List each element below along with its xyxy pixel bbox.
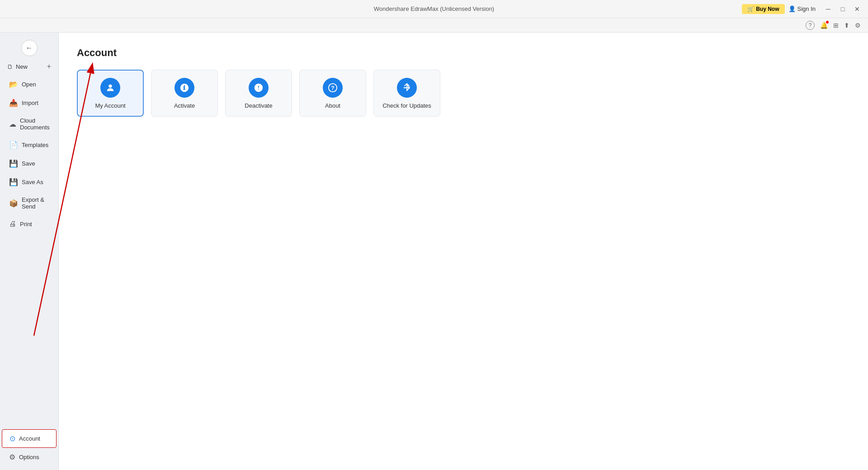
svg-point-0 bbox=[108, 84, 112, 87]
import-icon: 📥 bbox=[9, 99, 18, 107]
print-icon: 🖨 bbox=[9, 220, 16, 228]
templates-icon: 📄 bbox=[9, 141, 18, 149]
sign-in-button[interactable]: 👤 Sign In bbox=[788, 5, 816, 12]
sidebar-item-save[interactable]: 💾 Save bbox=[2, 155, 57, 172]
sidebar-item-print[interactable]: 🖨 Print bbox=[2, 215, 57, 233]
svg-text:?: ? bbox=[331, 84, 335, 91]
close-button[interactable]: ✕ bbox=[852, 4, 863, 14]
content-area: Account My Account Acti bbox=[59, 33, 868, 470]
user-icon: 👤 bbox=[788, 5, 796, 12]
page-title: Account bbox=[77, 47, 850, 59]
sidebar-item-options-label: Options bbox=[19, 454, 39, 461]
sidebar: ← 🗋 New + 📂 Open 📥 Import ☁ Cloud Docume… bbox=[0, 33, 59, 470]
notification-icon[interactable]: 🔔 bbox=[820, 22, 828, 29]
sidebar-item-import-label: Import bbox=[22, 100, 38, 106]
community-icon[interactable]: ⊞ bbox=[833, 22, 839, 29]
check-updates-icon bbox=[397, 78, 417, 98]
export-icon: 📦 bbox=[9, 199, 18, 208]
card-deactivate[interactable]: Deactivate bbox=[225, 70, 292, 117]
help-icon[interactable]: ? bbox=[806, 21, 815, 30]
sidebar-item-export[interactable]: 📦 Export & Send bbox=[2, 192, 57, 214]
minimize-button[interactable]: ─ bbox=[823, 4, 834, 14]
sidebar-item-account-label: Account bbox=[19, 435, 40, 442]
sidebar-item-account[interactable]: ⊙ Account bbox=[2, 429, 57, 448]
cards-grid: My Account Activate bbox=[77, 70, 850, 117]
my-account-icon bbox=[100, 78, 120, 98]
sidebar-item-open-label: Open bbox=[22, 81, 36, 88]
save-icon: 💾 bbox=[9, 159, 18, 168]
sidebar-item-import[interactable]: 📥 Import bbox=[2, 94, 57, 112]
sidebar-item-export-label: Export & Send bbox=[22, 196, 49, 210]
card-my-account[interactable]: My Account bbox=[77, 70, 144, 117]
card-activate[interactable]: Activate bbox=[151, 70, 218, 117]
about-icon: ? bbox=[323, 78, 343, 98]
card-about-label: About bbox=[325, 102, 340, 109]
card-deactivate-label: Deactivate bbox=[245, 102, 272, 109]
activate-icon bbox=[175, 78, 194, 98]
restore-button[interactable]: □ bbox=[837, 4, 848, 14]
sidebar-item-options[interactable]: ⚙ Options bbox=[2, 448, 57, 466]
sidebar-item-cloud[interactable]: ☁ Cloud Documents bbox=[2, 113, 57, 135]
sidebar-item-save-as[interactable]: 💾 Save As bbox=[2, 173, 57, 191]
settings-icon[interactable]: ⚙ bbox=[855, 22, 861, 29]
sidebar-item-new-label: New bbox=[16, 63, 28, 70]
sidebar-item-cloud-label: Cloud Documents bbox=[20, 117, 50, 131]
card-check-updates-label: Check for Updates bbox=[382, 102, 431, 109]
save-as-icon: 💾 bbox=[9, 178, 18, 186]
sidebar-item-save-label: Save bbox=[22, 160, 35, 167]
share-icon[interactable]: ⬆ bbox=[844, 22, 849, 29]
open-icon: 📂 bbox=[9, 80, 18, 89]
cart-icon: 🛒 bbox=[747, 6, 754, 12]
sidebar-item-print-label: Print bbox=[20, 221, 32, 228]
notification-badge bbox=[826, 21, 829, 24]
back-button[interactable]: ← bbox=[21, 40, 38, 56]
account-icon: ⊙ bbox=[9, 434, 15, 443]
card-activate-label: Activate bbox=[174, 102, 195, 109]
sidebar-item-templates-label: Templates bbox=[22, 142, 48, 148]
sidebar-item-new[interactable]: 🗋 New + bbox=[0, 58, 58, 75]
card-about[interactable]: ? About bbox=[299, 70, 366, 117]
titlebar: Wondershare EdrawMax (Unlicensed Version… bbox=[0, 0, 868, 18]
card-my-account-label: My Account bbox=[95, 102, 125, 109]
sidebar-item-open[interactable]: 📂 Open bbox=[2, 76, 57, 93]
new-icon: 🗋 bbox=[7, 63, 13, 70]
titlebar-title: Wondershare EdrawMax (Unlicensed Version… bbox=[374, 5, 494, 12]
toolbar-row: ? 🔔 ⊞ ⬆ ⚙ bbox=[0, 18, 868, 33]
deactivate-icon bbox=[249, 78, 269, 98]
sidebar-item-templates[interactable]: 📄 Templates bbox=[2, 136, 57, 154]
buy-now-button[interactable]: 🛒 Buy Now bbox=[742, 4, 784, 14]
sidebar-item-save-as-label: Save As bbox=[22, 179, 43, 185]
new-plus-icon: + bbox=[47, 62, 51, 71]
options-icon: ⚙ bbox=[9, 453, 15, 461]
card-check-updates[interactable]: Check for Updates bbox=[373, 70, 440, 117]
cloud-icon: ☁ bbox=[9, 120, 16, 128]
